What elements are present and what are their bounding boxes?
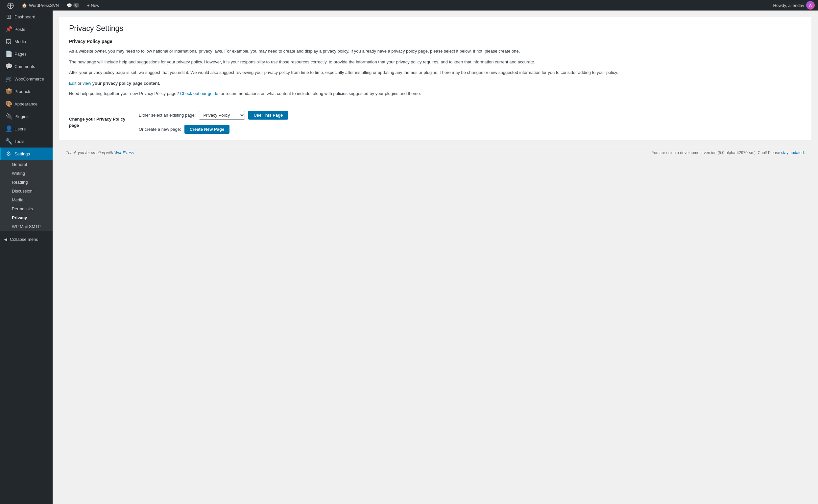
guide-line: Need help putting together your new Priv… <box>69 90 802 97</box>
sidebar-item-label-woocommerce: WooCommerce <box>14 77 44 81</box>
view-link[interactable]: view <box>82 81 91 86</box>
change-label: Change your Privacy Policy page <box>69 116 135 129</box>
select-page-row: Change your Privacy Policy page Either s… <box>69 111 802 134</box>
create-new-page-button[interactable]: Create New Page <box>184 125 230 134</box>
plugins-icon: 🔌 <box>5 113 12 120</box>
settings-icon: ⚙ <box>5 150 12 157</box>
sidebar-item-label-settings: Settings <box>14 151 30 156</box>
page-title: Privacy Settings <box>69 24 802 34</box>
settings-arrow-icon <box>47 152 49 155</box>
sidebar-item-label-posts: Posts <box>14 27 25 32</box>
sidebar-item-label-comments: Comments <box>14 64 35 69</box>
sidebar-item-label-products: Products <box>14 89 31 94</box>
create-prefix-label: Or create a new page: <box>139 127 181 132</box>
guide-prefix: Need help putting together your new Priv… <box>69 91 180 96</box>
comments-bar-item[interactable]: 💬 0 <box>63 0 83 11</box>
sidebar-item-plugins[interactable]: 🔌 Plugins <box>0 110 53 123</box>
posts-icon: 📌 <box>5 26 12 33</box>
select-row: Either select an existing page: Privacy … <box>139 111 288 120</box>
guide-link[interactable]: Check out our guide <box>180 91 218 96</box>
stay-updated-link[interactable]: stay updated <box>781 150 804 155</box>
collapse-menu-label: Collapse menu <box>10 237 38 242</box>
admin-bar: ⨁ 🏠 WordPressSVN 💬 0 + New Howdy, allend… <box>0 0 818 11</box>
settings-submenu: General Writing Reading Discussion Media… <box>0 160 53 231</box>
sidebar-item-label-media: Media <box>14 39 26 44</box>
sidebar-item-settings[interactable]: ⚙ Settings <box>0 148 53 160</box>
divider <box>69 104 802 104</box>
use-this-page-button[interactable]: Use This Page <box>248 111 288 120</box>
site-name: WordPressSVN <box>29 3 59 8</box>
submenu-item-discussion[interactable]: Discussion <box>0 187 53 195</box>
para3: After your privacy policy page is set, w… <box>69 69 802 76</box>
sidebar-item-label-plugins: Plugins <box>14 114 29 119</box>
submenu-item-permalinks[interactable]: Permalinks <box>0 204 53 213</box>
howdy-text: Howdy, allendav <box>773 3 804 8</box>
edit-view-line: Edit or view your privacy policy page co… <box>69 81 802 86</box>
submenu-item-writing[interactable]: Writing <box>0 169 53 178</box>
howdy-section[interactable]: Howdy, allendav A <box>773 1 815 10</box>
new-bar-item[interactable]: + New <box>83 0 103 11</box>
dev-version-text: You are using a development version (5.0… <box>652 150 781 155</box>
sidebar-item-label-users: Users <box>14 126 26 131</box>
page-wrapper: ⊞ Dashboard 📌 Posts 🖼 Media 📄 Pages 💬 Co… <box>0 11 818 504</box>
wordpress-link[interactable]: WordPress <box>114 150 133 155</box>
tools-icon: 🔧 <box>5 138 12 145</box>
para2: The new page will include help and sugge… <box>69 59 802 66</box>
submenu-item-media[interactable]: Media <box>0 195 53 204</box>
page-select[interactable]: Privacy Policy <box>199 111 245 120</box>
sidebar-item-woocommerce[interactable]: 🛒 WooCommerce <box>0 73 53 85</box>
sidebar-item-label-dashboard: Dashboard <box>14 14 35 19</box>
sidebar-item-dashboard[interactable]: ⊞ Dashboard <box>0 11 53 23</box>
submenu-item-general[interactable]: General <box>0 160 53 169</box>
sidebar-item-appearance[interactable]: 🎨 Appearance <box>0 98 53 110</box>
select-existing-label: Either select an existing page: <box>139 113 196 118</box>
dashboard-icon: ⊞ <box>5 13 12 20</box>
sidebar-item-products[interactable]: 📦 Products <box>0 85 53 98</box>
sidebar: ⊞ Dashboard 📌 Posts 🖼 Media 📄 Pages 💬 Co… <box>0 11 53 504</box>
sidebar-item-users[interactable]: 👤 Users <box>0 123 53 135</box>
submenu-item-reading[interactable]: Reading <box>0 178 53 187</box>
collapse-menu-button[interactable]: ◀ Collapse menu <box>0 234 53 245</box>
thank-you-text: Thank you for creating with <box>66 150 114 155</box>
guide-suffix: for recommendations on what content to i… <box>218 91 421 96</box>
privacy-policy-form: Change your Privacy Policy page Either s… <box>69 111 802 134</box>
sidebar-menu: ⊞ Dashboard 📌 Posts 🖼 Media 📄 Pages 💬 Co… <box>0 11 53 160</box>
collapse-arrow-icon: ◀ <box>4 237 7 242</box>
main-content: Privacy Settings Privacy Policy page As … <box>53 11 818 504</box>
home-icon: 🏠 <box>22 3 27 8</box>
or-text: or <box>76 81 82 86</box>
media-icon: 🖼 <box>5 38 12 45</box>
wp-logo-bar-item[interactable]: ⨁ <box>3 0 18 11</box>
comments-icon: 💬 <box>5 63 12 70</box>
submenu-item-privacy[interactable]: Privacy <box>0 213 53 222</box>
appearance-icon: 🎨 <box>5 100 12 107</box>
form-controls: Either select an existing page: Privacy … <box>139 111 288 134</box>
create-row: Or create a new page: Create New Page <box>139 125 288 134</box>
sidebar-item-media[interactable]: 🖼 Media <box>0 35 53 48</box>
content-wrap: Privacy Settings Privacy Policy page As … <box>59 17 811 140</box>
footer: Thank you for creating with WordPress. Y… <box>59 147 811 158</box>
edit-link[interactable]: Edit <box>69 81 76 86</box>
users-icon: 👤 <box>5 125 12 132</box>
sidebar-item-comments[interactable]: 💬 Comments <box>0 60 53 73</box>
comments-bar-icon: 💬 <box>67 3 72 8</box>
wp-logo-icon: ⨁ <box>7 1 14 9</box>
woocommerce-icon: 🛒 <box>5 75 12 82</box>
pages-icon: 📄 <box>5 50 12 57</box>
submenu-item-wp-mail-smtp[interactable]: WP Mail SMTP <box>0 222 53 231</box>
sidebar-item-pages[interactable]: 📄 Pages <box>0 48 53 60</box>
sidebar-item-label-appearance: Appearance <box>14 102 37 106</box>
section-title: Privacy Policy page <box>69 39 802 44</box>
policy-text: your privacy policy page content. <box>91 81 160 86</box>
site-name-bar-item[interactable]: 🏠 WordPressSVN <box>18 0 63 11</box>
footer-dev-suffix: . <box>804 150 805 155</box>
avatar: A <box>806 1 815 10</box>
sidebar-item-label-pages: Pages <box>14 52 27 57</box>
sidebar-item-label-tools: Tools <box>14 139 24 144</box>
products-icon: 📦 <box>5 88 12 95</box>
footer-left: Thank you for creating with WordPress. <box>66 150 135 155</box>
sidebar-item-posts[interactable]: 📌 Posts <box>0 23 53 35</box>
para1: As a website owner, you may need to foll… <box>69 48 802 55</box>
sidebar-item-tools[interactable]: 🔧 Tools <box>0 135 53 148</box>
footer-right: You are using a development version (5.0… <box>652 150 805 155</box>
